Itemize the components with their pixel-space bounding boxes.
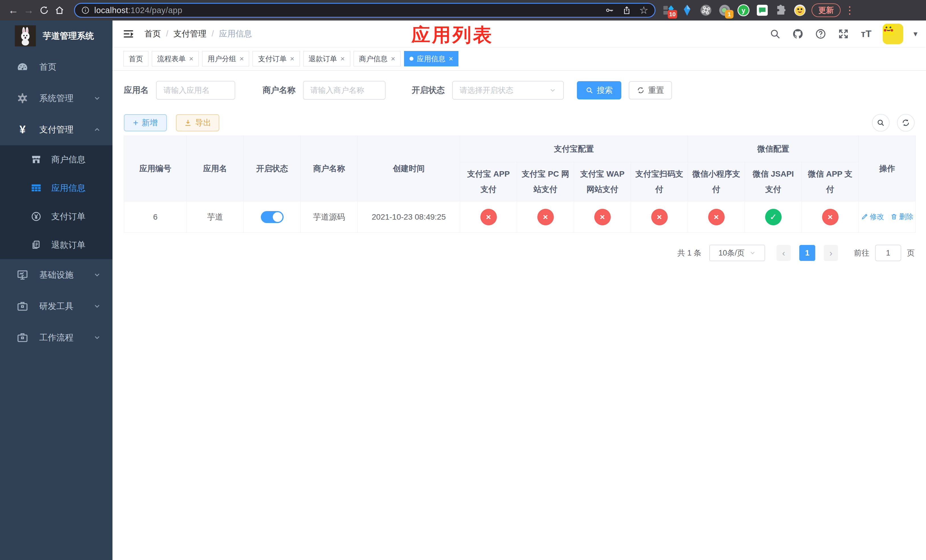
avatar-caret-icon[interactable]: ▾ (914, 29, 917, 38)
tab-close-icon[interactable]: × (290, 55, 294, 62)
sidebar-item-system[interactable]: 系统管理 (0, 83, 112, 114)
yen-circle-icon (31, 211, 42, 222)
table-toolbar: + 新增 导出 (124, 114, 915, 132)
tab-home[interactable]: 首页× (123, 51, 148, 67)
extensions-area: 10 1 y (662, 4, 806, 17)
font-size-icon[interactable]: ᴛT (860, 28, 873, 40)
tabbar: 首页× 流程表单× 用户分组× 支付订单× 退款订单× 商户信息× 应用信息× (112, 47, 926, 71)
extension-recorder-icon[interactable]: 1 (718, 4, 731, 17)
share-icon[interactable] (622, 6, 631, 15)
chevron-up-icon (93, 126, 101, 133)
tab-pay-order[interactable]: 支付订单× (253, 51, 300, 67)
export-button[interactable]: 导出 (176, 114, 219, 131)
sidebar-item-app-info[interactable]: 应用信息 (0, 174, 112, 202)
browser-reload-button[interactable] (36, 3, 52, 18)
reset-button-label: 重置 (648, 85, 664, 96)
tab-merchant-info[interactable]: 商户信息× (354, 51, 401, 67)
delete-link[interactable]: 删除 (890, 212, 914, 221)
tab-close-icon[interactable]: × (340, 55, 345, 62)
tab-close-icon[interactable]: × (189, 55, 193, 62)
sidebar-logo-row[interactable]: 芋道管理系统 (0, 21, 112, 51)
channel-status-icon: × (537, 209, 554, 225)
browser-update-button[interactable]: 更新 (811, 3, 841, 17)
bookmark-star-icon[interactable]: ☆ (639, 5, 648, 15)
refresh-table-button[interactable] (897, 114, 915, 132)
sidebar-item-refund-order[interactable]: 退款订单 (0, 231, 112, 259)
sidebar-item-merchant-info[interactable]: 商户信息 (0, 145, 112, 174)
svg-text:y: y (742, 7, 746, 14)
reset-button[interactable]: 重置 (629, 81, 672, 100)
sidebar-item-home[interactable]: 首页 (0, 51, 112, 83)
tab-process-form[interactable]: 流程表单× (152, 51, 199, 67)
browser-back-button[interactable]: ← (6, 3, 21, 18)
sidebar-item-label: 研发工具 (39, 301, 73, 312)
sidebar: 芋道管理系统 首页 系统管理 ¥ 支付管理 商户信息 (0, 21, 112, 560)
extension-command-icon[interactable] (699, 4, 713, 17)
yen-icon: ¥ (17, 124, 29, 136)
refresh-icon (902, 118, 910, 127)
col-wechat-mini: 微信小程序支付 (688, 162, 745, 201)
search-button[interactable]: 搜索 (577, 81, 621, 100)
tab-close-icon[interactable]: × (391, 55, 395, 62)
chevron-down-icon (93, 271, 101, 279)
sidebar-collapse-icon[interactable] (122, 28, 135, 40)
search-icon (586, 86, 593, 94)
cell-merchant: 芋道源码 (301, 201, 358, 233)
tab-app-info[interactable]: 应用信息× (404, 51, 458, 67)
extension-badge: 10 (668, 10, 677, 18)
browser-forward-button[interactable]: → (21, 3, 36, 18)
tab-user-group[interactable]: 用户分组× (202, 51, 249, 67)
site-info-icon[interactable] (81, 6, 90, 15)
reload-icon (39, 5, 49, 15)
extension-yudao-icon[interactable]: y (737, 4, 750, 17)
sidebar-item-pay-order[interactable]: 支付订单 (0, 202, 112, 231)
extension-chat-icon[interactable] (756, 4, 769, 17)
fullscreen-icon[interactable] (837, 28, 850, 40)
sidebar-item-label: 退款订单 (51, 239, 85, 251)
refresh-icon (637, 86, 645, 94)
extension-grid-icon[interactable]: 10 (662, 4, 675, 17)
sidebar-item-payment[interactable]: ¥ 支付管理 (0, 114, 112, 145)
github-icon[interactable] (791, 28, 804, 40)
user-avatar[interactable] (883, 24, 903, 44)
sidebar-item-dev-tools[interactable]: 研发工具 (0, 291, 112, 322)
breadcrumb-section[interactable]: 支付管理 (173, 28, 206, 39)
tab-refund-order[interactable]: 退款订单× (303, 51, 350, 67)
cell-app-name: 芋道 (187, 201, 244, 233)
browser-home-button[interactable] (52, 3, 67, 18)
sidebar-item-workflow[interactable]: 工作流程 (0, 322, 112, 353)
status-select[interactable]: 请选择开启状态 (452, 81, 564, 100)
grid-icon (31, 183, 42, 194)
col-alipay-pc: 支付宝 PC 网站支付 (517, 162, 574, 201)
password-key-icon[interactable] (605, 6, 614, 15)
address-bar[interactable]: localhost:1024/pay/app ☆ (74, 3, 655, 18)
extensions-puzzle-icon[interactable] (775, 4, 788, 17)
col-wechat-app: 微信 APP 支付 (802, 162, 859, 201)
status-toggle[interactable] (261, 211, 284, 223)
breadcrumb-home[interactable]: 首页 (144, 28, 161, 39)
breadcrumb: 首页 / 支付管理 / 应用信息 (144, 28, 252, 39)
next-page-button[interactable]: › (824, 245, 838, 261)
goto-page-input[interactable] (875, 245, 901, 261)
extension-emoji-avatar[interactable] (793, 4, 806, 17)
goto-suffix: 页 (907, 248, 915, 258)
tab-close-icon[interactable]: × (449, 55, 453, 62)
toggle-search-button[interactable] (872, 114, 890, 132)
extension-kite-icon[interactable] (681, 4, 694, 17)
page-number-current[interactable]: 1 (799, 245, 815, 261)
search-icon[interactable] (769, 28, 781, 40)
page-size-select[interactable]: 10条/页 (709, 245, 765, 261)
prev-page-button[interactable]: ‹ (776, 245, 791, 261)
add-button[interactable]: + 新增 (124, 114, 167, 131)
sidebar-item-infrastructure[interactable]: 基础设施 (0, 259, 112, 291)
browser-menu-icon[interactable]: ⋮ (844, 4, 855, 16)
merchant-name-input[interactable] (303, 81, 386, 100)
active-dot (410, 57, 413, 61)
col-merchant: 商户名称 (301, 136, 358, 201)
goto-prefix: 前往 (854, 248, 869, 258)
tab-close-icon[interactable]: × (239, 55, 244, 62)
sidebar-item-label: 商户信息 (51, 154, 85, 165)
app-name-input[interactable] (156, 81, 235, 100)
help-icon[interactable] (814, 28, 827, 40)
edit-link[interactable]: 修改 (861, 212, 884, 221)
